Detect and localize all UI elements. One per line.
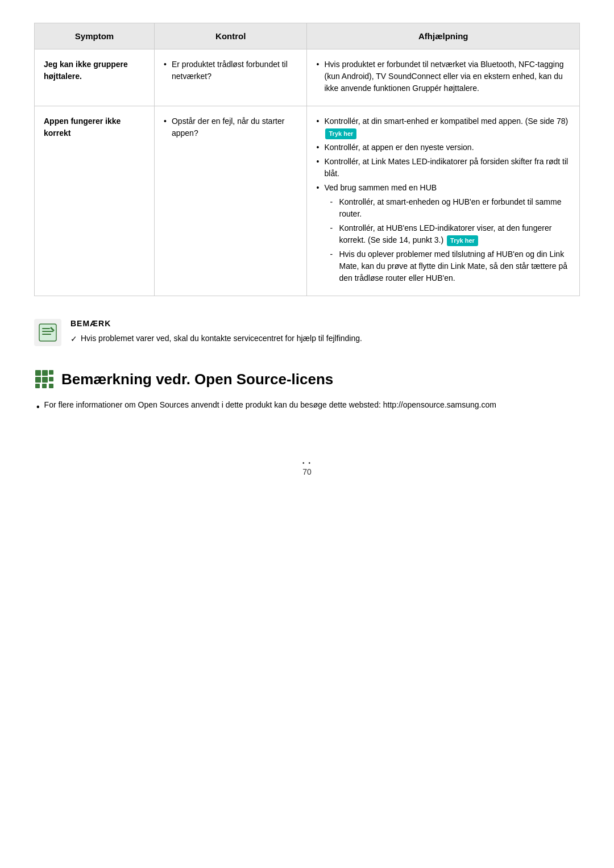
note-content: BEMÆRK ✓ Hvis problemet varer ved, skal …	[70, 319, 580, 345]
tryk-badge-2[interactable]: Tryk her	[447, 235, 478, 246]
svg-rect-13	[49, 384, 53, 388]
page-footer: • • 70	[34, 460, 580, 476]
col-header-afhjælpning: Afhjælpning	[307, 23, 580, 49]
note-title: BEMÆRK	[70, 319, 580, 328]
note-icon	[38, 322, 58, 343]
troubleshooting-table: Symptom Kontrol Afhjælpning Jeg kan ikke…	[34, 23, 580, 296]
row2-kontrol: Opstår der en fejl, når du starter appen…	[154, 106, 307, 296]
svg-rect-12	[42, 384, 47, 388]
open-source-item: • For flere informationer om Open Source…	[34, 398, 580, 414]
note-icon-wrap	[34, 319, 61, 346]
svg-rect-10	[49, 377, 53, 381]
open-source-title: Bemærkning vedr. Open Source-licens	[61, 371, 333, 388]
row1-kontrol: Er produktet trådløst forbundet til netv…	[154, 49, 307, 106]
table-row: Jeg kan ikke gruppere højttalere. Er pro…	[35, 49, 580, 106]
svg-rect-8	[42, 377, 48, 383]
tryk-badge-1[interactable]: Tryk her	[325, 128, 356, 139]
svg-rect-0	[39, 324, 56, 341]
open-source-heading: Bemærkning vedr. Open Source-licens	[34, 369, 580, 389]
check-icon: ✓	[70, 333, 77, 345]
svg-rect-9	[49, 370, 53, 375]
col-header-symptom: Symptom	[35, 23, 155, 49]
open-source-text: For flere informationer om Open Sources …	[44, 398, 496, 411]
svg-rect-6	[42, 370, 48, 376]
svg-rect-11	[35, 384, 40, 388]
page-dots: • •	[34, 460, 580, 466]
col-header-kontrol: Kontrol	[154, 23, 307, 49]
open-source-section: Bemærkning vedr. Open Source-licens • Fo…	[34, 369, 580, 414]
bullet-dot: •	[36, 400, 40, 414]
row1-afhjælpning: Hvis produktet er forbundet til netværke…	[307, 49, 580, 106]
open-source-icon	[34, 369, 55, 389]
row1-symptom: Jeg kan ikke gruppere højttalere.	[35, 49, 155, 106]
page-number: 70	[34, 467, 580, 476]
svg-rect-3	[42, 334, 51, 335]
svg-rect-7	[35, 377, 41, 383]
note-text: Hvis problemet varer ved, skal du kontak…	[81, 333, 362, 344]
svg-rect-2	[42, 331, 53, 332]
note-section: BEMÆRK ✓ Hvis problemet varer ved, skal …	[34, 319, 580, 346]
svg-rect-5	[35, 370, 41, 376]
row2-afhjælpning: Kontrollér, at din smart-enhed er kompat…	[307, 106, 580, 296]
table-row: Appen fungerer ikke korrekt Opstår der e…	[35, 106, 580, 296]
svg-rect-1	[42, 328, 50, 329]
row2-symptom: Appen fungerer ikke korrekt	[35, 106, 155, 296]
note-item: ✓ Hvis problemet varer ved, skal du kont…	[70, 333, 580, 345]
